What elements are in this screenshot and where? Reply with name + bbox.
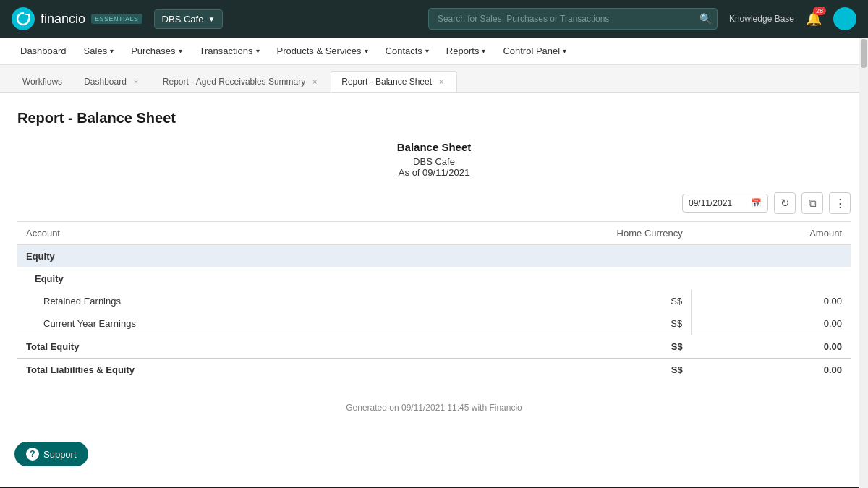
grand-total-amount: 0.00 (692, 359, 851, 382)
report-footer: Generated on 09/11/2021 11:45 with Finan… (17, 395, 851, 413)
avatar[interactable] (833, 7, 856, 30)
grand-total-row: Total Liabilities & Equity S$ 0.00 (17, 359, 851, 382)
home-currency: S$ (425, 312, 691, 335)
col-amount: Amount (692, 222, 851, 245)
account-name: Retained Earnings (17, 290, 425, 312)
navbar: Dashboard Sales ▾ Purchases ▾ Transactio… (0, 38, 868, 65)
topbar-right: Knowledge Base 🔔 28 (729, 7, 856, 30)
support-icon: ? (26, 448, 39, 461)
tab-label: Report - Aged Receivables Summary (163, 77, 305, 87)
subsection-equity: Equity (17, 267, 851, 290)
calendar-icon[interactable]: 📅 (751, 198, 762, 208)
total-currency: S$ (425, 335, 691, 359)
logo-text: financio (41, 12, 85, 27)
essentials-badge: ESSENTIALS (91, 14, 142, 24)
nav-item-dashboard[interactable]: Dashboard (12, 38, 75, 65)
chevron-down-icon: ▾ (563, 47, 566, 55)
notification-badge: 28 (813, 7, 826, 15)
refresh-button[interactable]: ↻ (774, 192, 796, 214)
tab-workflows[interactable]: Workflows (12, 71, 73, 92)
footer-text: Generated on 09/11/2021 11:45 with Finan… (346, 403, 522, 413)
scrollbar-thumb[interactable] (861, 39, 867, 68)
tab-dashboard[interactable]: Dashboard × (73, 71, 152, 92)
chevron-down-icon: ▾ (179, 47, 182, 55)
scrollbar-track[interactable] (859, 38, 868, 487)
account-name: Current Year Earnings (17, 312, 425, 335)
search-icon[interactable]: 🔍 (699, 13, 712, 25)
support-label: Support (43, 449, 77, 460)
nav-item-sales[interactable]: Sales ▾ (75, 38, 123, 65)
total-amount: 0.00 (692, 335, 851, 359)
amount: 0.00 (692, 312, 851, 335)
nav-item-reports[interactable]: Reports ▾ (438, 38, 495, 65)
total-equity-row: Total Equity S$ 0.00 (17, 335, 851, 359)
nav-item-contacts[interactable]: Contacts ▾ (377, 38, 438, 65)
nav-item-purchases[interactable]: Purchases ▾ (122, 38, 190, 65)
tab-label: Workflows (22, 77, 62, 87)
subsection-label: Equity (17, 267, 851, 290)
search-bar: 🔍 (428, 8, 718, 30)
logo-icon (12, 7, 35, 30)
date-picker-wrap: 📅 (682, 194, 768, 213)
chevron-down-icon: ▾ (365, 47, 368, 55)
section-label: Equity (17, 245, 851, 268)
close-icon[interactable]: × (310, 77, 320, 87)
close-icon[interactable]: × (131, 77, 141, 87)
bell-icon[interactable]: 🔔 28 (806, 11, 822, 27)
page-title: Report - Balance Sheet (17, 110, 851, 127)
tab-label: Dashboard (84, 77, 127, 87)
grand-total-currency: S$ (425, 359, 691, 382)
report-company: DBS Cafe (17, 156, 851, 167)
amount: 0.00 (692, 290, 851, 312)
knowledge-base-link[interactable]: Knowledge Base (729, 14, 794, 24)
topbar: financio ESSENTIALS DBS Cafe ▼ 🔍 Knowled… (0, 0, 868, 38)
chevron-down-icon: ▼ (208, 15, 215, 23)
nav-item-control-panel[interactable]: Control Panel ▾ (494, 38, 575, 65)
company-name: DBS Cafe (162, 14, 204, 25)
grand-total-label: Total Liabilities & Equity (17, 359, 425, 382)
more-options-button[interactable]: ⋮ (829, 192, 851, 214)
logo-area: financio ESSENTIALS (12, 7, 142, 30)
tab-balance-sheet[interactable]: Report - Balance Sheet × (331, 71, 457, 92)
report-table: Account Home Currency Amount Equity Equi… (17, 221, 851, 381)
nav-item-products-services[interactable]: Products & Services ▾ (268, 38, 377, 65)
col-account: Account (17, 222, 425, 245)
nav-item-transactions[interactable]: Transactions ▾ (191, 38, 268, 65)
col-home-currency: Home Currency (425, 222, 691, 245)
section-equity: Equity (17, 245, 851, 268)
report-header: Balance Sheet DBS Cafe As of 09/11/2021 (17, 141, 851, 178)
support-button[interactable]: ? Support (14, 442, 88, 466)
home-currency: S$ (425, 290, 691, 312)
chevron-down-icon: ▾ (110, 47, 114, 55)
tab-label: Report - Balance Sheet (341, 77, 432, 87)
table-row: Current Year Earnings S$ 0.00 (17, 312, 851, 335)
table-header-row: Account Home Currency Amount (17, 222, 851, 245)
total-label: Total Equity (17, 335, 425, 359)
report-as-of-date: As of 09/11/2021 (17, 167, 851, 178)
report-toolbar: 📅 ↻ ⧉ ⋮ (17, 192, 851, 214)
chevron-down-icon: ▾ (425, 47, 429, 55)
copy-button[interactable]: ⧉ (801, 192, 823, 214)
search-input[interactable] (428, 8, 718, 30)
table-row: Retained Earnings S$ 0.00 (17, 290, 851, 312)
tab-aged-receivables[interactable]: Report - Aged Receivables Summary × (152, 71, 331, 92)
tabs-bar: Workflows Dashboard × Report - Aged Rece… (0, 65, 868, 93)
company-selector[interactable]: DBS Cafe ▼ (154, 9, 224, 29)
chevron-down-icon: ▾ (482, 47, 485, 55)
close-icon[interactable]: × (436, 77, 446, 87)
main-content: Report - Balance Sheet Balance Sheet DBS… (0, 93, 868, 487)
report-title: Balance Sheet (17, 141, 851, 153)
date-input[interactable] (689, 198, 746, 208)
chevron-down-icon: ▾ (256, 47, 260, 55)
